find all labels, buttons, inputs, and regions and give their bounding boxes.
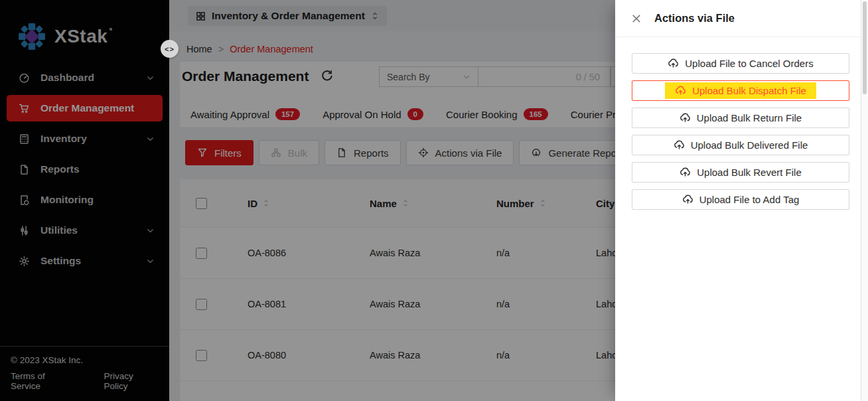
upload-file-add-tag-button[interactable]: Upload File to Add Tag [632, 189, 849, 210]
page-scrollbar[interactable] [861, 0, 868, 401]
highlight-band: Upload Bulk Dispatch File [665, 82, 816, 99]
sidebar-collapse-toggle[interactable]: <> [161, 40, 179, 58]
upload-bulk-delivered-button[interactable]: Upload Bulk Delivered File [632, 135, 849, 155]
cloud-upload-icon [674, 139, 685, 151]
cloud-upload-icon [668, 58, 679, 69]
upload-bulk-revert-button[interactable]: Upload Bulk Revert File [632, 162, 849, 183]
drawer-button-label: Upload File to Add Tag [699, 194, 800, 205]
drawer-button-label: Upload File to Cancel Orders [685, 58, 813, 69]
scrollbar-thumb[interactable] [863, 1, 867, 94]
cloud-upload-icon [680, 167, 691, 178]
close-icon[interactable] [631, 13, 642, 24]
cloud-upload-icon [680, 112, 691, 123]
collapse-icon: <> [165, 45, 175, 53]
upload-bulk-return-button[interactable]: Upload Bulk Return File [632, 108, 849, 128]
upload-cancel-orders-button[interactable]: Upload File to Cancel Orders [632, 53, 849, 74]
drawer-body: Upload File to Cancel Orders Upload Bulk… [615, 37, 861, 210]
drawer-title: Actions via File [654, 12, 735, 25]
actions-via-file-drawer: Actions via File Upload File to Cancel O… [615, 0, 861, 401]
drawer-button-label: Upload Bulk Revert File [697, 167, 802, 178]
drawer-button-label: Upload Bulk Dispatch File [692, 85, 806, 96]
cloud-upload-icon [682, 194, 693, 205]
drawer-header: Actions via File [615, 0, 861, 37]
drawer-button-label: Upload Bulk Delivered File [691, 139, 808, 151]
upload-bulk-dispatch-button[interactable]: Upload Bulk Dispatch File [632, 80, 849, 101]
cloud-upload-icon [675, 85, 686, 96]
app-window: XStak Dashboard Order Management Invento… [0, 0, 868, 401]
drawer-button-label: Upload Bulk Return File [697, 112, 802, 123]
